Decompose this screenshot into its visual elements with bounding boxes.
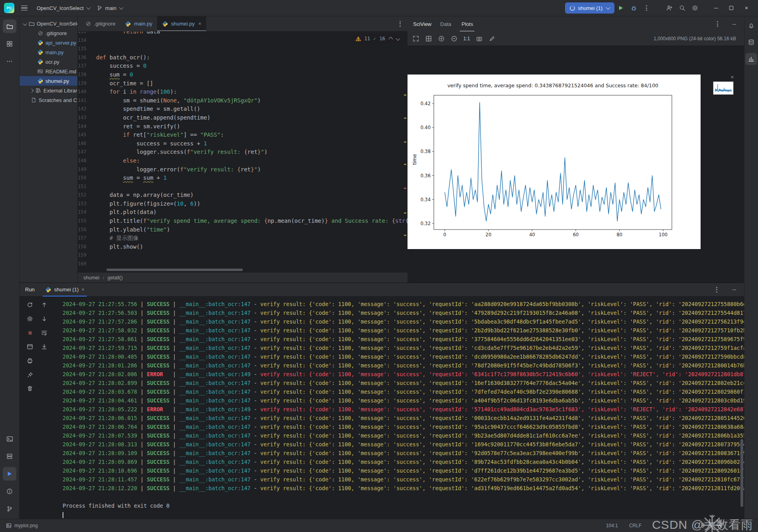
edit-pencil-icon[interactable] bbox=[488, 34, 496, 43]
line-number[interactable]: 135 bbox=[78, 45, 96, 53]
line-number[interactable]: 137 bbox=[78, 62, 96, 71]
run-console[interactable]: 2024-09-27 21:27:55.756 | SUCCESS | __ma… bbox=[63, 296, 744, 519]
sciview-options-button[interactable] bbox=[713, 21, 723, 27]
close-button[interactable]: × bbox=[739, 1, 754, 15]
up-stack-button[interactable] bbox=[39, 300, 49, 310]
run-tab[interactable]: shumei (1) × bbox=[43, 283, 87, 296]
line-number[interactable]: 150 bbox=[78, 174, 96, 183]
line-number[interactable]: 141 bbox=[78, 96, 96, 105]
more-actions-button[interactable] bbox=[640, 2, 653, 14]
line-number[interactable]: 156 bbox=[78, 226, 96, 234]
stop-button[interactable] bbox=[25, 328, 35, 338]
fit-zoom-icon[interactable] bbox=[411, 34, 420, 43]
line-number[interactable]: 142 bbox=[78, 105, 96, 114]
run-settings-button[interactable] bbox=[25, 314, 35, 324]
zoom-in-icon[interactable] bbox=[437, 34, 446, 43]
line-number[interactable]: 154 bbox=[78, 208, 96, 217]
project-toolwindow-button[interactable] bbox=[3, 20, 16, 33]
caret-position-widget[interactable]: 104:1 bbox=[606, 523, 618, 528]
line-ending-widget[interactable]: CRLF bbox=[629, 523, 642, 528]
tab-data[interactable]: Data bbox=[439, 16, 453, 31]
code-with-me-button[interactable] bbox=[663, 2, 676, 14]
settings-button[interactable] bbox=[689, 2, 701, 14]
run-configuration-selector[interactable]: shumei (1) bbox=[565, 2, 614, 14]
editor-tab-shumei-py[interactable]: shumei.py× bbox=[157, 16, 206, 31]
console-scrollbar[interactable] bbox=[740, 439, 743, 507]
plot-figure[interactable]: verify spend time, average spend: 0.3438… bbox=[408, 75, 701, 249]
tree-item[interactable]: .gitignore bbox=[20, 28, 77, 38]
more-tool-windows-button[interactable] bbox=[3, 55, 16, 68]
line-number[interactable]: 151 bbox=[78, 183, 96, 191]
breadcrumb-item[interactable]: getall() bbox=[107, 275, 122, 281]
breadcrumb-item[interactable]: shumei bbox=[83, 275, 99, 281]
line-number[interactable]: 136 bbox=[78, 53, 96, 62]
screenshot-icon[interactable] bbox=[475, 34, 484, 43]
hide-panel-button[interactable]: ─ bbox=[730, 287, 738, 293]
search-everywhere-button[interactable] bbox=[676, 2, 689, 14]
main-menu-button[interactable] bbox=[18, 2, 30, 14]
line-number[interactable]: 158 bbox=[78, 243, 96, 251]
chevron-right-icon[interactable] bbox=[30, 88, 34, 92]
tab-options-button[interactable] bbox=[395, 16, 408, 31]
line-number[interactable]: 134 bbox=[78, 36, 96, 45]
line-number[interactable]: 157 bbox=[78, 234, 96, 243]
print-button[interactable] bbox=[25, 355, 35, 366]
close-icon[interactable]: × bbox=[730, 75, 734, 80]
run-toolwindow-button[interactable] bbox=[3, 467, 16, 481]
tree-item[interactable]: api_server.py bbox=[20, 38, 77, 47]
horizontal-scrollbar[interactable] bbox=[106, 269, 243, 271]
restore-layout-button[interactable] bbox=[25, 342, 35, 352]
chevron-up-icon[interactable] bbox=[388, 37, 393, 41]
down-stack-button[interactable] bbox=[39, 314, 49, 324]
zoom-out-icon[interactable] bbox=[450, 34, 459, 43]
run-options-button[interactable] bbox=[712, 287, 722, 293]
terminal-toolwindow-button[interactable] bbox=[3, 432, 16, 446]
status-file-widget[interactable]: myplot.png bbox=[6, 523, 38, 529]
tab-plots[interactable]: Plots bbox=[460, 16, 474, 31]
notifications-button[interactable] bbox=[745, 20, 757, 31]
tree-item[interactable]: ocr.py bbox=[20, 57, 77, 67]
editor-tab--gitignore[interactable]: .gitignore bbox=[80, 16, 120, 31]
line-number[interactable]: 133 bbox=[78, 31, 96, 36]
line-number[interactable]: 146 bbox=[78, 139, 96, 148]
tree-item[interactable]: shumei.py bbox=[20, 76, 77, 86]
version-control-toolwindow-button[interactable] bbox=[3, 502, 16, 516]
line-number[interactable]: 159 bbox=[78, 251, 96, 260]
zoom-ratio-label[interactable]: 1:1 bbox=[463, 36, 471, 41]
problems-toolwindow-button[interactable] bbox=[3, 485, 16, 498]
grid-icon[interactable] bbox=[424, 34, 433, 43]
close-icon[interactable]: × bbox=[81, 287, 85, 293]
pin-button[interactable] bbox=[25, 369, 35, 380]
commit-toolwindow-button[interactable] bbox=[3, 37, 16, 51]
line-number[interactable]: 155 bbox=[78, 217, 96, 226]
maximize-button[interactable] bbox=[724, 1, 739, 15]
hide-panel-button[interactable]: ─ bbox=[730, 21, 738, 27]
line-number[interactable]: 160 bbox=[78, 260, 96, 269]
tree-item[interactable]: README.md bbox=[20, 67, 77, 76]
line-number[interactable]: 153 bbox=[78, 200, 96, 208]
line-number[interactable]: 148 bbox=[78, 157, 96, 165]
line-number[interactable]: 143 bbox=[78, 114, 96, 122]
vcs-widget[interactable]: main bbox=[93, 2, 126, 14]
line-number[interactable]: 139 bbox=[78, 79, 96, 88]
close-icon[interactable]: × bbox=[198, 21, 201, 27]
project-widget[interactable]: OpenCV_IconSelect bbox=[33, 2, 93, 14]
tree-item[interactable]: Scratches and C bbox=[20, 95, 77, 105]
line-number[interactable]: 138 bbox=[78, 71, 96, 79]
code-editor[interactable]: 133 return data134135136def batch_ocr():… bbox=[78, 31, 408, 272]
sciview-toolwindow-button[interactable] bbox=[745, 53, 757, 65]
line-number[interactable]: 144 bbox=[78, 122, 96, 131]
line-number[interactable]: 145 bbox=[78, 131, 96, 139]
run-button[interactable] bbox=[614, 2, 627, 14]
debug-button[interactable] bbox=[627, 2, 640, 14]
clear-all-button[interactable] bbox=[25, 383, 35, 394]
scroll-to-end-button[interactable] bbox=[39, 342, 49, 352]
tree-item[interactable]: External Librarie bbox=[20, 86, 77, 95]
rerun-button[interactable] bbox=[25, 300, 35, 310]
plot-thumbnail[interactable] bbox=[713, 81, 734, 95]
tree-item[interactable]: main.py bbox=[20, 47, 77, 57]
minimize-button[interactable]: ─ bbox=[709, 1, 724, 15]
inspection-widget[interactable]: 11 ✓ 16 bbox=[354, 34, 401, 44]
line-number[interactable]: 147 bbox=[78, 148, 96, 157]
database-toolwindow-button[interactable] bbox=[745, 36, 757, 48]
